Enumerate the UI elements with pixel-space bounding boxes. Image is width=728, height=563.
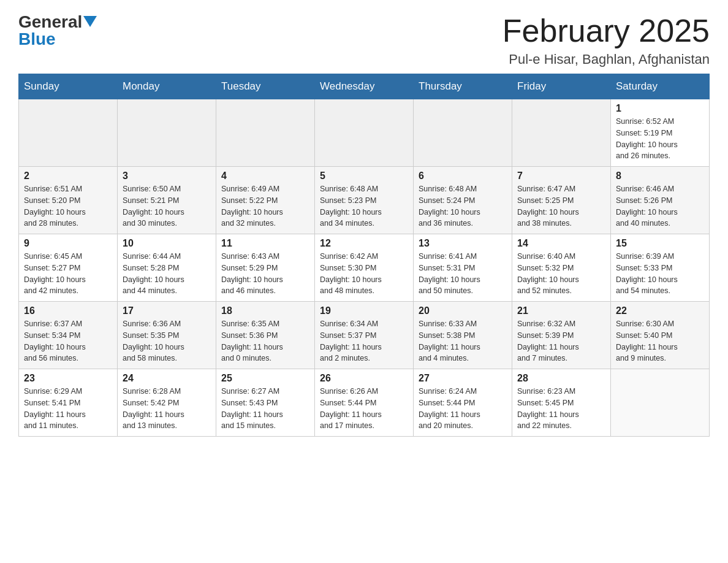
day-info: Sunrise: 6:46 AM Sunset: 5:26 PM Dayligh… bbox=[616, 183, 704, 229]
day-info: Sunrise: 6:35 AM Sunset: 5:36 PM Dayligh… bbox=[221, 318, 309, 364]
calendar-day: 25Sunrise: 6:27 AM Sunset: 5:43 PM Dayli… bbox=[216, 369, 315, 437]
calendar-day: 8Sunrise: 6:46 AM Sunset: 5:26 PM Daylig… bbox=[611, 167, 710, 234]
day-number: 19 bbox=[320, 305, 408, 316]
calendar-day: 26Sunrise: 6:26 AM Sunset: 5:44 PM Dayli… bbox=[315, 369, 414, 437]
calendar-week-5: 23Sunrise: 6:29 AM Sunset: 5:41 PM Dayli… bbox=[19, 369, 710, 437]
calendar-day: 20Sunrise: 6:33 AM Sunset: 5:38 PM Dayli… bbox=[414, 302, 512, 369]
calendar-day: 2Sunrise: 6:51 AM Sunset: 5:20 PM Daylig… bbox=[19, 167, 118, 234]
day-number: 5 bbox=[320, 170, 408, 182]
weekday-header-wednesday: Wednesday bbox=[315, 74, 414, 99]
day-info: Sunrise: 6:33 AM Sunset: 5:38 PM Dayligh… bbox=[419, 318, 507, 364]
day-number: 12 bbox=[320, 238, 408, 249]
day-info: Sunrise: 6:48 AM Sunset: 5:23 PM Dayligh… bbox=[320, 183, 408, 229]
day-number: 6 bbox=[419, 170, 507, 182]
day-number: 11 bbox=[221, 238, 309, 249]
calendar-day: 14Sunrise: 6:40 AM Sunset: 5:32 PM Dayli… bbox=[512, 234, 611, 302]
day-info: Sunrise: 6:40 AM Sunset: 5:32 PM Dayligh… bbox=[517, 251, 605, 297]
calendar-day: 17Sunrise: 6:36 AM Sunset: 5:35 PM Dayli… bbox=[118, 302, 216, 369]
day-number: 21 bbox=[517, 305, 605, 316]
calendar-day: 11Sunrise: 6:43 AM Sunset: 5:29 PM Dayli… bbox=[216, 234, 315, 302]
weekday-header-thursday: Thursday bbox=[414, 74, 512, 99]
day-number: 28 bbox=[517, 373, 605, 384]
weekday-header-monday: Monday bbox=[118, 74, 216, 99]
weekday-header-friday: Friday bbox=[512, 74, 611, 99]
day-info: Sunrise: 6:43 AM Sunset: 5:29 PM Dayligh… bbox=[221, 251, 309, 297]
calendar-day: 16Sunrise: 6:37 AM Sunset: 5:34 PM Dayli… bbox=[19, 302, 118, 369]
calendar-week-3: 9Sunrise: 6:45 AM Sunset: 5:27 PM Daylig… bbox=[19, 234, 710, 302]
weekday-header-saturday: Saturday bbox=[611, 74, 710, 99]
calendar-day bbox=[216, 99, 315, 167]
calendar-day: 1Sunrise: 6:52 AM Sunset: 5:19 PM Daylig… bbox=[611, 99, 710, 167]
day-number: 18 bbox=[221, 305, 309, 316]
day-number: 2 bbox=[24, 170, 112, 182]
day-info: Sunrise: 6:30 AM Sunset: 5:40 PM Dayligh… bbox=[616, 318, 704, 364]
day-number: 13 bbox=[419, 238, 507, 249]
day-number: 26 bbox=[320, 373, 408, 384]
calendar-week-1: 1Sunrise: 6:52 AM Sunset: 5:19 PM Daylig… bbox=[19, 99, 710, 167]
day-number: 4 bbox=[221, 170, 309, 182]
day-number: 8 bbox=[616, 170, 704, 182]
calendar-week-4: 16Sunrise: 6:37 AM Sunset: 5:34 PM Dayli… bbox=[19, 302, 710, 369]
weekday-header-row: SundayMondayTuesdayWednesdayThursdayFrid… bbox=[19, 74, 710, 99]
calendar-day: 13Sunrise: 6:41 AM Sunset: 5:31 PM Dayli… bbox=[414, 234, 512, 302]
day-info: Sunrise: 6:29 AM Sunset: 5:41 PM Dayligh… bbox=[24, 386, 112, 432]
day-number: 14 bbox=[517, 238, 605, 249]
location: Pul-e Hisar, Baghlan, Afghanistan bbox=[502, 52, 710, 67]
calendar-day: 9Sunrise: 6:45 AM Sunset: 5:27 PM Daylig… bbox=[19, 234, 118, 302]
day-number: 15 bbox=[616, 238, 704, 249]
day-info: Sunrise: 6:52 AM Sunset: 5:19 PM Dayligh… bbox=[616, 116, 704, 162]
day-info: Sunrise: 6:42 AM Sunset: 5:30 PM Dayligh… bbox=[320, 251, 408, 297]
calendar-day bbox=[315, 99, 414, 167]
day-number: 10 bbox=[123, 238, 211, 249]
title-section: February 2025 Pul-e Hisar, Baghlan, Afgh… bbox=[502, 12, 710, 67]
calendar-day: 7Sunrise: 6:47 AM Sunset: 5:25 PM Daylig… bbox=[512, 167, 611, 234]
day-number: 20 bbox=[419, 305, 507, 316]
day-number: 27 bbox=[419, 373, 507, 384]
day-info: Sunrise: 6:32 AM Sunset: 5:39 PM Dayligh… bbox=[517, 318, 605, 364]
calendar-day: 3Sunrise: 6:50 AM Sunset: 5:21 PM Daylig… bbox=[118, 167, 216, 234]
calendar-day: 5Sunrise: 6:48 AM Sunset: 5:23 PM Daylig… bbox=[315, 167, 414, 234]
logo-blue-text: Blue bbox=[18, 29, 56, 49]
day-info: Sunrise: 6:50 AM Sunset: 5:21 PM Dayligh… bbox=[123, 183, 211, 229]
calendar-day: 23Sunrise: 6:29 AM Sunset: 5:41 PM Dayli… bbox=[19, 369, 118, 437]
calendar-day bbox=[19, 99, 118, 167]
day-info: Sunrise: 6:41 AM Sunset: 5:31 PM Dayligh… bbox=[419, 251, 507, 297]
day-info: Sunrise: 6:34 AM Sunset: 5:37 PM Dayligh… bbox=[320, 318, 408, 364]
calendar-day bbox=[118, 99, 216, 167]
calendar-week-2: 2Sunrise: 6:51 AM Sunset: 5:20 PM Daylig… bbox=[19, 167, 710, 234]
day-info: Sunrise: 6:26 AM Sunset: 5:44 PM Dayligh… bbox=[320, 386, 408, 432]
day-info: Sunrise: 6:47 AM Sunset: 5:25 PM Dayligh… bbox=[517, 183, 605, 229]
logo-arrow-icon bbox=[83, 16, 97, 29]
day-info: Sunrise: 6:39 AM Sunset: 5:33 PM Dayligh… bbox=[616, 251, 704, 297]
day-info: Sunrise: 6:48 AM Sunset: 5:24 PM Dayligh… bbox=[419, 183, 507, 229]
calendar-day: 12Sunrise: 6:42 AM Sunset: 5:30 PM Dayli… bbox=[315, 234, 414, 302]
day-info: Sunrise: 6:49 AM Sunset: 5:22 PM Dayligh… bbox=[221, 183, 309, 229]
calendar-day: 24Sunrise: 6:28 AM Sunset: 5:42 PM Dayli… bbox=[118, 369, 216, 437]
day-info: Sunrise: 6:51 AM Sunset: 5:20 PM Dayligh… bbox=[24, 183, 112, 229]
logo: General Blue bbox=[18, 12, 97, 49]
weekday-header-tuesday: Tuesday bbox=[216, 74, 315, 99]
month-title: February 2025 bbox=[502, 12, 710, 49]
day-info: Sunrise: 6:44 AM Sunset: 5:28 PM Dayligh… bbox=[123, 251, 211, 297]
day-number: 1 bbox=[616, 103, 704, 114]
calendar-table: SundayMondayTuesdayWednesdayThursdayFrid… bbox=[18, 74, 710, 437]
day-info: Sunrise: 6:24 AM Sunset: 5:44 PM Dayligh… bbox=[419, 386, 507, 432]
day-info: Sunrise: 6:45 AM Sunset: 5:27 PM Dayligh… bbox=[24, 251, 112, 297]
weekday-header-sunday: Sunday bbox=[19, 74, 118, 99]
calendar-day: 19Sunrise: 6:34 AM Sunset: 5:37 PM Dayli… bbox=[315, 302, 414, 369]
day-info: Sunrise: 6:23 AM Sunset: 5:45 PM Dayligh… bbox=[517, 386, 605, 432]
calendar-day: 6Sunrise: 6:48 AM Sunset: 5:24 PM Daylig… bbox=[414, 167, 512, 234]
svg-marker-0 bbox=[83, 16, 97, 27]
day-number: 3 bbox=[123, 170, 211, 182]
day-number: 22 bbox=[616, 305, 704, 316]
day-number: 17 bbox=[123, 305, 211, 316]
page-header: General Blue February 2025 Pul-e Hisar, … bbox=[18, 12, 710, 67]
day-info: Sunrise: 6:28 AM Sunset: 5:42 PM Dayligh… bbox=[123, 386, 211, 432]
day-info: Sunrise: 6:36 AM Sunset: 5:35 PM Dayligh… bbox=[123, 318, 211, 364]
day-number: 7 bbox=[517, 170, 605, 182]
day-number: 24 bbox=[123, 373, 211, 384]
day-number: 9 bbox=[24, 238, 112, 249]
calendar-day bbox=[611, 369, 710, 437]
calendar-day: 22Sunrise: 6:30 AM Sunset: 5:40 PM Dayli… bbox=[611, 302, 710, 369]
day-number: 25 bbox=[221, 373, 309, 384]
